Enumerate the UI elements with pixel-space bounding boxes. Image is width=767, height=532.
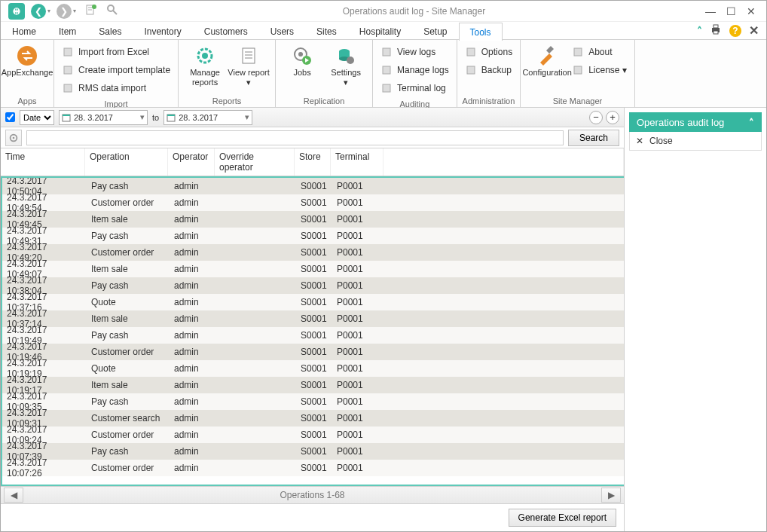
collapse-ribbon-icon[interactable]: ˄ [697,25,702,37]
cell-terminal: P0001 [332,247,385,258]
menu-sites[interactable]: Sites [305,22,348,40]
side-card-title: Operations audit log [637,117,724,128]
table-row[interactable]: 24.3.2017 10:50:04Pay cashadminS0001P000… [2,178,624,194]
minimize-button[interactable]: — [705,5,716,17]
appexchange-button[interactable]: AppExchange [5,42,49,79]
view-logs[interactable]: View logs [380,44,449,60]
logs-icon [380,46,393,58]
cell-terminal: P0001 [332,313,385,324]
cell-store: S0001 [296,380,332,390]
menu-inventory[interactable]: Inventory [133,22,192,40]
window-title: Operations audit log - Site Manager [123,6,705,17]
backup[interactable]: Backup [465,62,512,78]
jobs-button[interactable]: Jobs [280,42,324,79]
menu-hospitality[interactable]: Hospitality [348,22,412,40]
col-override[interactable]: Override operator [215,148,295,176]
search-button[interactable]: Search [568,130,619,146]
svg-rect-2 [17,8,18,10]
svg-point-44 [13,136,15,139]
nav-forward-dropdown[interactable]: ▾ [73,8,81,14]
cell-operator: admin [170,313,216,324]
nav-forward-button[interactable]: ❯ [57,4,72,19]
table-row[interactable]: 24.3.2017 10:09:24Customer orderadminS00… [2,427,624,443]
options-label: Options [481,47,512,57]
side-close-row[interactable]: ✕ Close [629,132,762,151]
cell-operator: admin [170,264,216,274]
side-close-label: Close [649,136,673,146]
table-row[interactable]: 24.3.2017 10:38:04Pay cashadminS0001P000… [2,277,624,294]
license[interactable]: License ▾ [572,62,627,78]
table-row[interactable]: 24.3.2017 10:07:39Pay cashadminS0001P000… [2,443,624,460]
table-row[interactable]: 24.3.2017 10:07:26Customer orderadminS00… [2,460,624,476]
col-terminal[interactable]: Terminal [331,148,384,176]
table-row[interactable]: 24.3.2017 10:49:20Customer orderadminS00… [2,244,624,261]
svg-rect-40 [63,115,70,116]
menu-home[interactable]: Home [1,22,47,40]
remove-filter-button[interactable]: − [589,111,603,124]
search-icon[interactable] [106,4,118,18]
close-button[interactable]: ✕ [747,5,756,17]
table-row[interactable]: 24.3.2017 10:49:07Item saleadminS0001P00… [2,261,624,277]
view-report[interactable]: View report ▾ [227,42,270,88]
import-from-excel[interactable]: Import from Excel [62,44,170,60]
backup-label: Backup [481,65,512,75]
about[interactable]: About [572,44,627,60]
table-row[interactable]: 24.3.2017 10:19:17Item saleadminS0001P00… [2,377,624,393]
rms-data-import[interactable]: RMS data import [62,80,170,96]
grid-body[interactable]: 24.3.2017 10:50:04Pay cashadminS0001P000… [1,176,624,486]
manage-logs[interactable]: Manage logs [380,62,449,78]
table-row[interactable]: 24.3.2017 10:19:49Pay cashadminS0001P000… [2,327,624,344]
cell-operator: admin [170,247,216,258]
menu-sales[interactable]: Sales [87,22,133,40]
menu-tools[interactable]: Tools [459,23,503,41]
table-row[interactable]: 24.3.2017 10:49:31Pay cashadminS0001P000… [2,228,624,244]
page-next-button[interactable]: ▶ [601,488,621,503]
menu-setup[interactable]: Setup [412,22,458,40]
notes-icon[interactable] [85,4,97,18]
menu-item[interactable]: Item [47,22,87,40]
cell-operation: Item sale [87,313,170,324]
cell-terminal: P0001 [332,347,385,357]
side-card-header[interactable]: Operations audit log ˄ [629,112,762,132]
create-import-template[interactable]: Create import template [62,62,170,78]
chevron-up-icon[interactable]: ˄ [749,117,754,128]
table-row[interactable]: 24.3.2017 10:37:14Item saleadminS0001P00… [2,310,624,327]
nav-back-button[interactable]: ❮ [31,4,46,19]
table-row[interactable]: 24.3.2017 10:49:45Item saleadminS0001P00… [2,211,624,228]
add-filter-button[interactable]: + [606,111,619,124]
page-prev-button[interactable]: ◀ [4,488,23,503]
date-to-field[interactable]: 28. 3.2017 ▾ [163,110,252,125]
cell-store: S0001 [296,247,332,258]
table-row[interactable]: 24.3.2017 10:09:31Customer searchadminS0… [2,410,624,427]
col-store[interactable]: Store [295,148,331,176]
options[interactable]: Options [465,44,512,60]
configuration[interactable]: Configuration [525,42,569,79]
col-operator[interactable]: Operator [168,148,215,176]
terminal-log[interactable]: Terminal log [380,80,449,96]
close-tab-icon[interactable]: ✕ [749,23,759,38]
date-from-field[interactable]: 28. 3.2017 ▾ [59,110,148,125]
generate-excel-button[interactable]: Generate Excel report [509,509,616,527]
svg-rect-1 [15,8,16,10]
search-settings-button[interactable] [5,130,22,146]
table-row[interactable]: 24.3.2017 10:19:19QuoteadminS0001P0001 [2,360,624,377]
manage-reports[interactable]: Manage reports [183,42,227,88]
table-row[interactable]: 24.3.2017 10:19:46Customer orderadminS00… [2,344,624,360]
nav-back-dropdown[interactable]: ▾ [47,8,55,14]
filter-field-select[interactable]: Date [20,110,54,125]
table-row[interactable]: 24.3.2017 10:09:35Pay cashadminS0001P000… [2,393,624,410]
col-operation[interactable]: Operation [85,148,168,176]
help-icon[interactable]: ? [729,25,741,37]
cell-store: S0001 [296,430,332,440]
filter-enable-checkbox[interactable] [5,112,15,122]
menu-users[interactable]: Users [259,22,305,40]
search-input[interactable] [26,130,564,145]
table-row[interactable]: 24.3.2017 10:49:54Customer orderadminS00… [2,194,624,211]
settings-button[interactable]: Settings ▾ [324,42,368,88]
col-time[interactable]: Time [1,148,85,176]
menu-customers[interactable]: Customers [193,22,259,40]
cell-store: S0001 [296,280,332,291]
table-row[interactable]: 24.3.2017 10:37:16QuoteadminS0001P0001 [2,294,624,310]
print-icon[interactable] [710,23,722,38]
maximize-button[interactable]: ☐ [726,5,736,17]
